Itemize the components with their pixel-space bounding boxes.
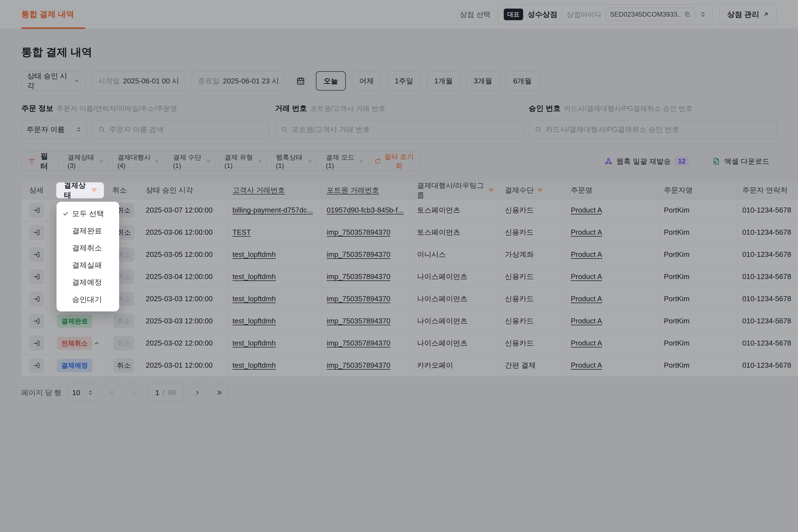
- filter-icon: [91, 187, 98, 194]
- dropdown-dim-overlay[interactable]: [0, 0, 798, 532]
- status-filter-option[interactable]: 결제완료: [57, 222, 119, 240]
- status-filter-option[interactable]: 결제취소: [57, 240, 119, 256]
- status-filter-option[interactable]: 결제예정: [57, 274, 119, 291]
- status-anchor-label: 결제상태: [64, 180, 91, 200]
- status-filter-option-label: 결제예정: [72, 277, 102, 287]
- status-filter-option-label: 결제실패: [72, 260, 102, 270]
- status-filter-option-label: 결제완료: [72, 226, 102, 236]
- status-filter-option-label: 결제취소: [72, 243, 102, 253]
- check-icon: [62, 210, 72, 217]
- status-filter-option[interactable]: 결제실패: [57, 256, 119, 274]
- status-filter-option[interactable]: 모두 선택: [57, 205, 119, 222]
- status-filter-option-label: 모두 선택: [72, 209, 104, 218]
- status-filter-dropdown: 모두 선택결제완료결제취소결제실패결제예정승인대기: [57, 202, 119, 311]
- status-filter-option-label: 승인대기: [72, 294, 102, 305]
- status-column-filter-anchor[interactable]: 결제상태: [56, 182, 104, 198]
- status-filter-option[interactable]: 승인대기: [57, 291, 119, 308]
